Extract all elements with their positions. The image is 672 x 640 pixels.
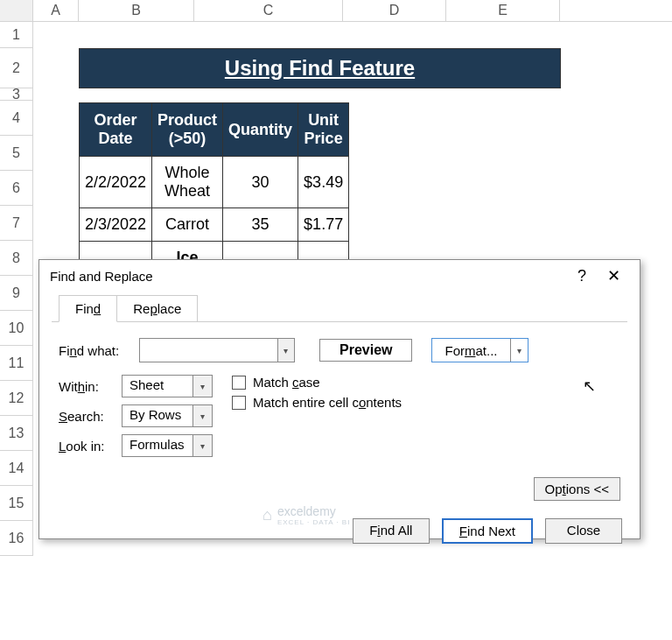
match-contents-label: Match entire cell contents bbox=[253, 395, 402, 410]
row-header-16[interactable]: 16 bbox=[0, 521, 33, 556]
col-header-A[interactable]: A bbox=[33, 0, 79, 21]
tab-find[interactable]: Find bbox=[59, 295, 117, 322]
match-case-label: Match case bbox=[253, 375, 320, 390]
find-replace-dialog: Find and Replace ? ✕ Find Replace Find w… bbox=[38, 259, 640, 539]
find-what-input[interactable] bbox=[140, 339, 277, 362]
chevron-down-icon[interactable]: ▾ bbox=[192, 376, 212, 397]
close-icon[interactable]: ✕ bbox=[598, 266, 629, 285]
row-header-6[interactable]: 6 bbox=[0, 171, 33, 206]
cell-date[interactable]: 2/3/2022 bbox=[80, 208, 152, 242]
watermark-name: exceldemy bbox=[277, 504, 336, 518]
format-dropdown-icon[interactable]: ▾ bbox=[510, 339, 528, 362]
cell-qty[interactable]: 35 bbox=[223, 208, 298, 242]
col-header-D[interactable]: D bbox=[343, 0, 446, 21]
row-header-12[interactable]: 12 bbox=[0, 381, 33, 416]
within-select[interactable]: Sheet ▾ bbox=[122, 375, 213, 397]
tab-content: Find what: ▾ Preview Format... ▾ ↖ Withi… bbox=[52, 321, 627, 510]
format-button-group[interactable]: Format... ▾ bbox=[431, 338, 528, 362]
cell-price[interactable]: $1.77 bbox=[298, 208, 349, 242]
row-header-1[interactable]: 1 bbox=[0, 22, 33, 48]
search-select[interactable]: By Rows ▾ bbox=[122, 404, 213, 427]
match-case-checkbox[interactable] bbox=[232, 376, 246, 390]
row-header-15[interactable]: 15 bbox=[0, 486, 33, 521]
tabs: Find Replace bbox=[59, 295, 640, 322]
col-header-B[interactable]: B bbox=[79, 0, 194, 21]
page-title[interactable]: Using Find Feature bbox=[79, 48, 561, 88]
col-header-C[interactable]: C bbox=[194, 0, 343, 21]
chevron-down-icon[interactable]: ▾ bbox=[277, 339, 295, 362]
row-header-14[interactable]: 14 bbox=[0, 451, 33, 486]
row-header-3[interactable]: 3 bbox=[0, 88, 33, 101]
header-unit-price[interactable]: Unit Price bbox=[298, 103, 349, 157]
table-header-row: Order Date Product (>50) Quantity Unit P… bbox=[80, 103, 349, 157]
lookin-select[interactable]: Formulas ▾ bbox=[122, 434, 213, 457]
cell-qty[interactable]: 30 bbox=[223, 157, 298, 208]
within-label: Within: bbox=[59, 379, 122, 394]
col-header-E[interactable]: E bbox=[446, 0, 560, 21]
row-header-10[interactable]: 10 bbox=[0, 311, 33, 346]
watermark-sub: EXCEL · DATA · BI bbox=[277, 518, 351, 526]
table-row: 2/3/2022 Carrot 35 $1.77 bbox=[80, 208, 349, 242]
row-header-13[interactable]: 13 bbox=[0, 416, 33, 451]
row-headers: 1 2 3 4 5 6 7 8 9 10 11 12 13 14 15 16 bbox=[0, 22, 33, 556]
find-next-button[interactable]: Find Next bbox=[442, 518, 533, 544]
lookin-value: Formulas bbox=[122, 435, 192, 456]
cell-product[interactable]: Whole Wheat bbox=[152, 157, 223, 208]
dialog-title: Find and Replace bbox=[50, 269, 566, 284]
row-header-11[interactable]: 11 bbox=[0, 346, 33, 381]
format-button[interactable]: Format... bbox=[432, 339, 509, 362]
chevron-down-icon[interactable]: ▾ bbox=[192, 435, 212, 456]
cell-date[interactable]: 2/2/2022 bbox=[80, 157, 152, 208]
find-all-button[interactable]: Find All bbox=[353, 518, 430, 544]
search-label: Search: bbox=[59, 409, 122, 424]
find-what-label: Find what: bbox=[59, 343, 139, 358]
header-order-date[interactable]: Order Date bbox=[80, 103, 152, 157]
header-quantity[interactable]: Quantity bbox=[223, 103, 298, 157]
help-button[interactable]: ? bbox=[566, 267, 598, 285]
row-header-2[interactable]: 2 bbox=[0, 48, 33, 88]
close-button[interactable]: Close bbox=[545, 518, 622, 544]
search-value: By Rows bbox=[122, 405, 192, 426]
row-header-4[interactable]: 4 bbox=[0, 101, 33, 136]
header-product[interactable]: Product (>50) bbox=[152, 103, 223, 157]
row-header-7[interactable]: 7 bbox=[0, 206, 33, 241]
row-header-9[interactable]: 9 bbox=[0, 276, 33, 311]
table-row: 2/2/2022 Whole Wheat 30 $3.49 bbox=[80, 157, 349, 208]
match-contents-checkbox[interactable] bbox=[232, 396, 246, 410]
cell-price[interactable]: $3.49 bbox=[298, 157, 349, 208]
options-button[interactable]: Options << bbox=[534, 477, 620, 501]
cell-product[interactable]: Carrot bbox=[152, 208, 223, 242]
cursor-icon: ↖ bbox=[583, 376, 596, 396]
dialog-header[interactable]: Find and Replace ? ✕ bbox=[39, 260, 640, 292]
row-header-8[interactable]: 8 bbox=[0, 241, 33, 276]
house-icon: ⌂ bbox=[262, 506, 272, 524]
watermark: ⌂ exceldemy EXCEL · DATA · BI bbox=[262, 504, 350, 526]
column-headers: A B C D E bbox=[0, 0, 672, 22]
select-all-corner[interactable] bbox=[0, 0, 33, 21]
format-preview: Preview bbox=[319, 339, 412, 362]
lookin-label: Look in: bbox=[59, 439, 122, 454]
within-value: Sheet bbox=[122, 376, 192, 397]
tab-replace[interactable]: Replace bbox=[116, 295, 198, 322]
row-header-5[interactable]: 5 bbox=[0, 136, 33, 171]
chevron-down-icon[interactable]: ▾ bbox=[192, 405, 212, 426]
find-what-combo[interactable]: ▾ bbox=[139, 338, 295, 362]
